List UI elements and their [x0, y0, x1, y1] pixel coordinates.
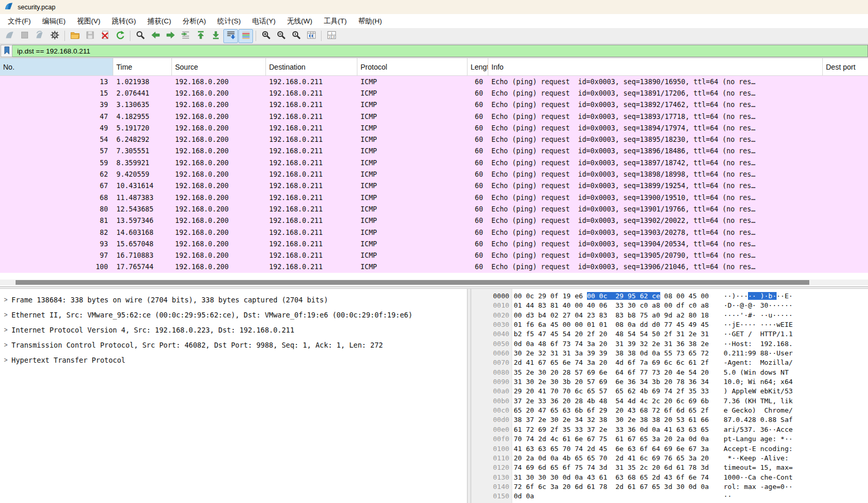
hex-row-0070[interactable]: 00702d 41 67 65 6e 74 3a 20 4d 6f 7a 69 … [471, 359, 868, 368]
hex-bytes[interactable]: 41 63 63 65 70 74 2d 45 6e 63 6f 64 69 6… [514, 445, 709, 453]
hex-ascii[interactable]: ·· [724, 492, 732, 500]
hex-bytes[interactable]: 00 d3 b4 02 27 04 23 83 83 b8 75 a0 9d a… [514, 311, 709, 319]
capture-options-button[interactable] [47, 29, 62, 43]
expand-chevron-icon[interactable]: > [0, 326, 11, 334]
hex-row-0050[interactable]: 00500d 0a 48 6f 73 74 3a 20 31 39 32 2e … [471, 340, 868, 349]
hex-ascii[interactable]: 1000··Ca che-Cont [724, 473, 793, 481]
auto-scroll-button[interactable] [223, 29, 238, 43]
hex-row-0010[interactable]: 001001 44 83 81 40 00 40 06 33 30 c0 a8 … [471, 301, 868, 311]
hex-bytes[interactable]: 38 37 2e 30 2e 34 32 38 30 2e 38 38 20 5… [514, 416, 709, 423]
hex-row-00a0[interactable]: 00a029 20 41 70 70 6c 65 57 65 62 4b 69 … [471, 387, 868, 396]
expand-chevron-icon[interactable]: > [0, 296, 11, 303]
hex-row-0060[interactable]: 006030 2e 32 31 31 3a 39 39 38 38 0d 0a … [471, 349, 868, 359]
hex-ascii[interactable]: -Agent: Mozilla/ [724, 359, 793, 366]
hex-row-0110[interactable]: 011020 2a 0d 0a 4b 65 65 70 2d 41 6c 69 … [471, 454, 868, 464]
hex-ascii[interactable]: pt-Langu age: *·· [724, 435, 793, 443]
display-filter-input[interactable]: ip.dst == 192.168.0.211 [12, 45, 868, 57]
hex-row-0000[interactable]: 000000 0c 29 0f 19 e6 00 0c 29 95 62 ce … [471, 292, 868, 301]
packet-row-67[interactable]: 6710.431614192.168.0.200192.168.0.211ICM… [0, 180, 868, 192]
hex-row-0120[interactable]: 012074 69 6d 65 6f 75 74 3d 31 35 2c 20 … [471, 464, 868, 473]
go-last-button[interactable] [208, 29, 223, 43]
go-back-button[interactable] [148, 29, 163, 43]
column-header-lengt[interactable]: Lengt [468, 58, 488, 75]
filter-bookmark-button[interactable] [1, 45, 12, 57]
menu-item-2[interactable]: 编辑(E) [36, 14, 71, 28]
hex-bytes[interactable]: 30 2e 32 31 31 3a 39 39 38 38 0d 0a 55 7… [514, 349, 709, 357]
column-header-destination[interactable]: Destination [266, 58, 357, 75]
hex-bytes[interactable]: 0d 0a 48 6f 73 74 3a 20 31 39 32 2e 31 3… [514, 340, 709, 348]
hex-bytes[interactable]: 37 2e 33 36 20 28 4b 48 54 4d 4c 2c 20 6… [514, 397, 709, 405]
menu-item-10[interactable]: 工具(T) [318, 14, 352, 28]
hex-row-0100[interactable]: 010041 63 63 65 70 74 2d 45 6e 63 6f 64 … [471, 445, 868, 454]
packet-row-59[interactable]: 598.359921192.168.0.200192.168.0.211ICMP… [0, 157, 868, 168]
packet-row-68[interactable]: 6811.487383192.168.0.200192.168.0.211ICM… [0, 192, 868, 203]
stop-capture-button[interactable] [17, 29, 32, 43]
close-file-button[interactable] [98, 29, 112, 43]
hex-row-0080[interactable]: 008035 2e 30 20 28 57 69 6e 64 6f 77 73 … [471, 368, 868, 378]
find-packet-button[interactable] [133, 29, 148, 43]
menu-item-11[interactable]: 帮助(H) [352, 14, 388, 28]
hex-bytes[interactable]: 31 30 2e 30 3b 20 57 69 6e 36 34 3b 20 7… [514, 378, 709, 386]
hex-ascii[interactable]: 0.211:99 88··User [724, 349, 793, 357]
menu-item-7[interactable]: 统计(S) [212, 14, 247, 28]
go-first-button[interactable] [193, 29, 208, 43]
hex-row-0030[interactable]: 003001 f6 6a 45 00 00 01 01 08 0a dd d0 … [471, 321, 868, 330]
hex-ascii[interactable]: timeout= 15, max= [724, 464, 793, 471]
save-file-button[interactable] [83, 29, 97, 43]
hex-bytes[interactable]: 72 6f 6c 3a 20 6d 61 78 2d 61 67 65 3d 3… [514, 483, 709, 491]
hex-ascii[interactable]: 10.0; Wi n64; x64 [724, 378, 793, 386]
packet-row-15[interactable]: 152.076441192.168.0.200192.168.0.211ICMP… [0, 87, 868, 99]
open-file-button[interactable] [68, 29, 82, 43]
hex-bytes[interactable]: 00 0c 29 0f 19 e6 00 0c 29 95 62 ce 08 0… [514, 292, 709, 300]
hex-bytes[interactable]: b2 f5 47 45 54 20 2f 20 48 54 54 50 2f 3… [514, 330, 709, 338]
column-header-dest-port[interactable]: Dest port [823, 58, 868, 75]
hex-bytes[interactable]: 20 2a 0d 0a 4b 65 65 70 2d 41 6c 69 76 6… [514, 454, 709, 462]
menu-item-4[interactable]: 跳转(G) [106, 14, 142, 28]
hex-row-0140[interactable]: 014072 6f 6c 3a 20 6d 61 78 2d 61 67 65 … [471, 483, 868, 492]
detail-line-5[interactable]: >Hypertext Transfer Protocol [0, 352, 467, 367]
pane-splitter-vertical[interactable] [467, 289, 471, 503]
hex-ascii[interactable]: ··)····· )·b···E· [724, 292, 793, 300]
column-header-protocol[interactable]: Protocol [357, 58, 468, 75]
hex-ascii[interactable]: 87.0.428 0.88 Saf [724, 416, 793, 423]
hex-bytes[interactable]: 61 72 69 2f 35 33 37 2e 33 36 0d 0a 41 6… [514, 426, 709, 433]
detail-line-2[interactable]: >Ethernet II, Src: VMware_95:62:ce (00:0… [0, 308, 467, 323]
packet-row-97[interactable]: 9716.710883192.168.0.200192.168.0.211ICM… [0, 249, 868, 261]
resize-columns-button[interactable] [304, 29, 318, 43]
hex-row-00c0[interactable]: 00c065 20 47 65 63 6b 6f 29 20 43 68 72 … [471, 406, 868, 416]
detail-line-4[interactable]: >Transmission Control Protocol, Src Port… [0, 337, 467, 352]
packet-row-80[interactable]: 8012.543685192.168.0.200192.168.0.211ICM… [0, 203, 868, 215]
hex-row-00d0[interactable]: 00d038 37 2e 30 2e 34 32 38 30 2e 38 38 … [471, 416, 868, 425]
packet-row-93[interactable]: 9315.657048192.168.0.200192.168.0.211ICM… [0, 238, 868, 249]
detail-line-3[interactable]: >Internet Protocol Version 4, Src: 192.1… [0, 323, 467, 338]
packet-row-47[interactable]: 474.182955192.168.0.200192.168.0.211ICMP… [0, 111, 868, 122]
hex-bytes[interactable]: 01 f6 6a 45 00 00 01 01 08 0a dd d0 77 4… [514, 321, 709, 328]
packet-row-39[interactable]: 393.130635192.168.0.200192.168.0.211ICMP… [0, 99, 868, 111]
hex-ascii[interactable]: ari/537. 36··Acce [724, 426, 793, 433]
hex-ascii[interactable]: 5.0 (Win dows NT [724, 368, 793, 376]
packet-row-82[interactable]: 8214.603168192.168.0.200192.168.0.211ICM… [0, 227, 868, 238]
hex-bytes[interactable]: 70 74 2d 4c 61 6e 67 75 61 67 65 3a 20 2… [514, 435, 709, 443]
packet-row-81[interactable]: 8113.597346192.168.0.200192.168.0.211ICM… [0, 215, 868, 227]
menu-item-1[interactable]: 文件(F) [2, 14, 36, 28]
layout-panes-button[interactable]: 123 [324, 29, 339, 43]
hex-row-0090[interactable]: 009031 30 2e 30 3b 20 57 69 6e 36 34 3b … [471, 378, 868, 387]
go-forward-button[interactable] [163, 29, 178, 43]
hex-row-00b0[interactable]: 00b037 2e 33 36 20 28 4b 48 54 4d 4c 2c … [471, 397, 868, 406]
packet-row-13[interactable]: 131.021938192.168.0.200192.168.0.211ICMP… [0, 76, 868, 87]
hex-bytes[interactable]: 2d 41 67 65 6e 74 3a 20 4d 6f 7a 69 6c 6… [514, 359, 709, 366]
start-capture-button[interactable] [2, 29, 17, 43]
hex-bytes[interactable]: 01 44 83 81 40 00 40 06 33 30 c0 a8 00 d… [514, 301, 709, 309]
hex-bytes[interactable]: 35 2e 30 20 28 57 69 6e 64 6f 77 73 20 4… [514, 368, 709, 376]
packet-row-57[interactable]: 577.305551192.168.0.200192.168.0.211ICMP… [0, 145, 868, 157]
menu-item-8[interactable]: 电话(Y) [247, 14, 282, 28]
hex-bytes[interactable]: 31 30 30 30 0d 0a 43 61 63 68 65 2d 43 6… [514, 473, 709, 481]
hex-row-00e0[interactable]: 00e061 72 69 2f 35 33 37 2e 33 36 0d 0a … [471, 426, 868, 435]
hex-ascii[interactable]: ··jE···· ····wEIE [724, 321, 793, 328]
hex-bytes[interactable]: 65 20 47 65 63 6b 6f 29 20 43 68 72 6f 6… [514, 406, 709, 414]
packet-row-49[interactable]: 495.191720192.168.0.200192.168.0.211ICMP… [0, 122, 868, 134]
go-to-packet-button[interactable] [178, 29, 193, 43]
expand-chevron-icon[interactable]: > [0, 311, 11, 319]
column-header-info[interactable]: Info [488, 58, 823, 75]
hex-ascii[interactable]: ··GET / HTTP/1.1 [724, 330, 793, 338]
